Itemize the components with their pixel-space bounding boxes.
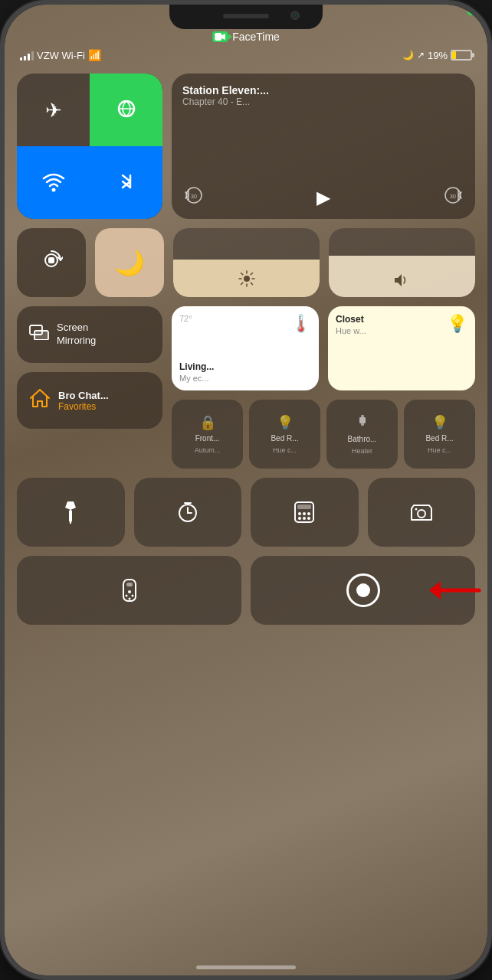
battery-fill (452, 51, 456, 59)
bed-hue-sub: Hue c... (273, 446, 297, 455)
bathroom-title: Bathro... (348, 435, 377, 444)
utility-row (17, 478, 475, 547)
cellular-button[interactable] (90, 74, 162, 146)
camera-button[interactable] (368, 478, 476, 547)
svg-point-40 (128, 590, 131, 593)
bar-3 (28, 54, 30, 60)
signal-bars (20, 50, 34, 60)
lock-icon: 🔒 (199, 414, 216, 431)
camera-lens (294, 14, 297, 18)
svg-rect-9 (48, 257, 54, 263)
brightness-icon (238, 270, 255, 291)
svg-line-15 (241, 273, 242, 275)
svg-rect-29 (297, 505, 311, 509)
mute-switch (0, 142, 3, 181)
status-bar: VZW Wi-Fi 📶 🌙 ↗ 19% (20, 49, 472, 61)
front-title: Front... (195, 434, 220, 443)
volume-up-button[interactable] (0, 196, 3, 257)
svg-rect-39 (126, 583, 133, 586)
do-not-disturb-button[interactable]: 🌙 (95, 228, 164, 297)
living-room-tile[interactable]: 72° 🌡️ Living... My ec... (172, 306, 319, 390)
svg-point-41 (125, 595, 127, 597)
svg-point-43 (128, 598, 130, 600)
bed-hue-tile[interactable]: 💡 Bed R... Hue c... (249, 400, 320, 469)
svg-point-33 (298, 517, 301, 520)
screen: FaceTime VZW Wi-Fi 📶 🌙 ↗ 19% (5, 5, 487, 975)
skip-back-button[interactable]: 30 (182, 186, 205, 208)
svg-rect-23 (361, 423, 364, 426)
bluetooth-icon (119, 170, 134, 196)
timer-button[interactable] (134, 478, 242, 547)
volume-slider[interactable] (329, 228, 475, 297)
front-tile[interactable]: 🔒 Front... Autum... (172, 400, 243, 469)
record-circle (346, 573, 380, 607)
wifi-toggle-icon (42, 171, 65, 195)
bathroom-tile[interactable]: Bathro... Heater (326, 400, 398, 469)
front-sub: Autum... (195, 446, 221, 455)
home-icon (29, 388, 51, 413)
home-text-block: Bro Chat... Favorites (58, 390, 109, 412)
third-row: ScreenMirroring Bro Chat... Favorites (17, 306, 475, 469)
svg-point-32 (307, 512, 310, 515)
svg-rect-24 (69, 510, 72, 522)
living-title: Living... (179, 361, 311, 374)
airplane-mode-button[interactable]: ✈ (17, 74, 90, 146)
play-pause-button[interactable]: ▶ (317, 187, 330, 208)
camera-active-indicator (467, 9, 474, 15)
skip-forward-button[interactable]: 30 (441, 186, 464, 208)
living-sub: My ec... (179, 374, 311, 383)
bluetooth-button[interactable] (90, 146, 162, 219)
wifi-icon: 📶 (88, 49, 101, 61)
moon-icon: 🌙 (402, 50, 414, 60)
np-title: Station Eleven:... (182, 84, 464, 96)
last-row (17, 556, 475, 625)
np-title-group: Station Eleven:... Chapter 40 - E... (182, 84, 464, 107)
closet-hue-tile[interactable]: 💡 Closet Hue w... (328, 306, 475, 390)
brightness-slider[interactable] (173, 228, 320, 297)
svg-point-37 (415, 508, 417, 511)
svg-line-17 (251, 273, 252, 275)
notch (169, 5, 323, 29)
wifi-toggle-button[interactable] (17, 146, 90, 219)
remote-button[interactable] (17, 556, 241, 625)
svg-rect-0 (215, 33, 221, 41)
thermostat-icon: 🌡️ (290, 314, 311, 334)
svg-point-36 (418, 510, 425, 518)
signal-wifi-group: VZW Wi-Fi 📶 (20, 49, 101, 61)
status-right: 🌙 ↗ 19% (402, 50, 472, 61)
svg-point-35 (307, 517, 310, 520)
power-button[interactable] (489, 188, 492, 288)
flashlight-button[interactable] (17, 478, 125, 547)
rotation-lock-icon (40, 249, 63, 277)
cellular-icon (115, 97, 138, 123)
rotation-lock-button[interactable] (17, 228, 86, 297)
front-camera (290, 11, 300, 20)
now-playing-widget[interactable]: Station Eleven:... Chapter 40 - E... 30 … (172, 74, 475, 219)
heater-icon (355, 413, 370, 432)
right-col: 72° 🌡️ Living... My ec... 💡 Closet (172, 306, 475, 469)
home-button-title: Bro Chat... (58, 390, 109, 401)
top-row: ✈ (17, 74, 475, 219)
homekit-small-tiles: 🔒 Front... Autum... 💡 Bed R... Hue c... (172, 400, 475, 469)
bed-hue-2-tile[interactable]: 💡 Bed R... Hue c... (404, 400, 475, 469)
screen-mirror-icon (29, 325, 49, 345)
bulb-icon: 💡 (447, 314, 467, 334)
calculator-button[interactable] (251, 478, 359, 547)
screen-mirroring-button[interactable]: ScreenMirroring (17, 306, 162, 363)
home-indicator[interactable] (196, 965, 296, 969)
location-icon: ↗ (417, 50, 425, 60)
bar-4 (31, 51, 34, 60)
home-favorites-button[interactable]: Bro Chat... Favorites (17, 372, 162, 429)
bed-hue-2-sub: Hue c... (428, 446, 451, 455)
bulb-icon-2: 💡 (277, 414, 294, 431)
bar-1 (20, 57, 22, 60)
airplane-icon: ✈ (45, 100, 62, 120)
phone-frame: FaceTime VZW Wi-Fi 📶 🌙 ↗ 19% (0, 0, 492, 980)
facetime-label: FaceTime (232, 31, 280, 43)
moon-dnd-icon: 🌙 (114, 248, 145, 277)
bar-2 (24, 56, 26, 60)
np-subtitle: Chapter 40 - E... (182, 96, 464, 107)
volume-down-button[interactable] (0, 269, 3, 330)
svg-point-30 (298, 512, 301, 515)
facetime-notification[interactable]: FaceTime (212, 31, 280, 43)
